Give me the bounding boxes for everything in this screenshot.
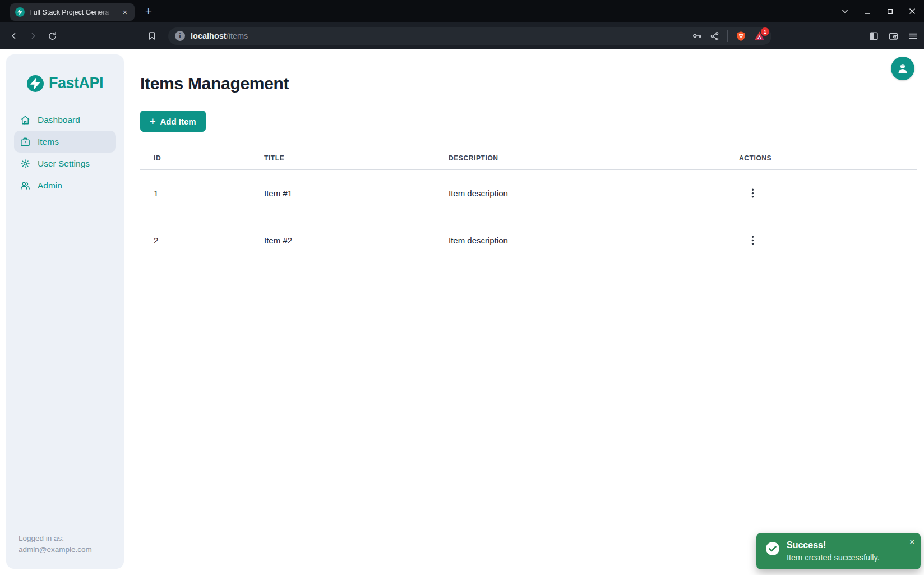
user-avatar-button[interactable] bbox=[891, 57, 914, 80]
add-item-button[interactable]: + Add Item bbox=[140, 111, 206, 132]
page-content: FastAPI Dashboard Items User Set bbox=[0, 49, 924, 575]
logged-in-email: admin@example.com bbox=[19, 544, 92, 555]
tab-title: Full Stack Project Genera bbox=[29, 8, 116, 16]
window-controls bbox=[838, 0, 920, 22]
brave-shield-icon[interactable] bbox=[736, 31, 746, 42]
toolbar-divider bbox=[727, 30, 728, 42]
close-window-button[interactable] bbox=[905, 4, 920, 19]
password-key-icon[interactable] bbox=[692, 31, 702, 41]
toast-title: Success! bbox=[787, 540, 880, 550]
users-icon bbox=[20, 181, 30, 191]
fastapi-favicon-icon bbox=[15, 7, 25, 17]
items-table: ID TITLE DESCRIPTION ACTIONS 1 Item #1 I… bbox=[140, 150, 917, 264]
header-title: TITLE bbox=[251, 150, 435, 170]
success-toast: Success! Item created successfully. × bbox=[756, 533, 921, 569]
minimize-button[interactable] bbox=[860, 4, 875, 19]
sidebar: FastAPI Dashboard Items User Set bbox=[6, 54, 124, 569]
sidebar-item-items[interactable]: Items bbox=[14, 131, 116, 153]
header-description: DESCRIPTION bbox=[435, 150, 726, 170]
wallet-icon[interactable] bbox=[888, 31, 899, 42]
toast-close-icon[interactable]: × bbox=[908, 536, 916, 547]
share-icon[interactable] bbox=[710, 31, 719, 41]
site-info-icon[interactable]: i bbox=[175, 31, 185, 41]
table-row: 1 Item #1 Item description bbox=[140, 170, 917, 217]
sidebar-item-label: User Settings bbox=[38, 159, 90, 169]
sidebar-panel-icon[interactable] bbox=[868, 31, 879, 42]
home-icon bbox=[20, 115, 30, 125]
user-avatar-icon bbox=[896, 62, 909, 75]
menu-icon[interactable] bbox=[908, 31, 918, 42]
brave-rewards-icon[interactable]: 1 bbox=[754, 31, 765, 42]
address-bar[interactable]: i localhost/items bbox=[168, 27, 771, 45]
cell-title: Item #1 bbox=[251, 170, 435, 217]
toast-message: Item created successfully. bbox=[787, 553, 880, 562]
new-tab-button[interactable]: + bbox=[140, 0, 157, 22]
sidebar-item-label: Admin bbox=[38, 181, 62, 191]
bookmark-icon[interactable] bbox=[144, 27, 160, 44]
main-content: Items Management + Add Item ID TITLE DES… bbox=[140, 49, 917, 264]
logged-in-label: Logged in as: bbox=[19, 533, 92, 544]
cell-id: 2 bbox=[140, 217, 251, 264]
header-actions: ACTIONS bbox=[726, 150, 917, 170]
cell-title: Item #2 bbox=[251, 217, 435, 264]
rewards-badge: 1 bbox=[761, 27, 769, 36]
sidebar-item-user-settings[interactable]: User Settings bbox=[14, 153, 116, 174]
table-row: 2 Item #2 Item description bbox=[140, 217, 917, 264]
forward-button[interactable] bbox=[25, 27, 41, 44]
sidebar-item-admin[interactable]: Admin bbox=[14, 174, 116, 196]
tab-close-icon[interactable]: × bbox=[121, 7, 130, 17]
header-id: ID bbox=[140, 150, 251, 170]
url-host: localhost bbox=[191, 31, 227, 40]
gear-icon bbox=[20, 159, 30, 169]
add-item-label: Add Item bbox=[160, 117, 196, 126]
url-text: localhost/items bbox=[191, 31, 248, 40]
row-actions-kebab-icon[interactable] bbox=[748, 233, 757, 247]
logged-in-status: Logged in as: admin@example.com bbox=[19, 533, 92, 555]
plus-icon: + bbox=[150, 116, 156, 126]
maximize-button[interactable] bbox=[883, 4, 897, 19]
cell-description: Item description bbox=[435, 170, 726, 217]
reload-button[interactable] bbox=[44, 27, 61, 44]
check-circle-icon bbox=[765, 541, 780, 556]
brand-name: FastAPI bbox=[49, 75, 103, 92]
browser-tab[interactable]: Full Stack Project Genera × bbox=[10, 3, 135, 21]
fastapi-logo-icon bbox=[27, 75, 44, 92]
sidebar-item-dashboard[interactable]: Dashboard bbox=[14, 109, 116, 131]
tab-search-chevron-icon[interactable] bbox=[838, 4, 852, 19]
briefcase-icon bbox=[20, 137, 30, 147]
back-button[interactable] bbox=[6, 27, 22, 44]
row-actions-kebab-icon[interactable] bbox=[748, 186, 757, 200]
page-title: Items Management bbox=[140, 74, 917, 93]
url-path: /items bbox=[227, 31, 248, 40]
cell-description: Item description bbox=[435, 217, 726, 264]
browser-tab-strip: Full Stack Project Genera × + bbox=[0, 0, 924, 22]
sidebar-item-label: Items bbox=[38, 137, 59, 147]
cell-id: 1 bbox=[140, 170, 251, 217]
sidebar-nav: Dashboard Items User Settings bbox=[6, 109, 124, 196]
sidebar-item-label: Dashboard bbox=[38, 115, 80, 125]
browser-toolbar: i localhost/items bbox=[0, 22, 924, 49]
brand: FastAPI bbox=[6, 75, 124, 92]
table-header-row: ID TITLE DESCRIPTION ACTIONS bbox=[140, 150, 917, 170]
